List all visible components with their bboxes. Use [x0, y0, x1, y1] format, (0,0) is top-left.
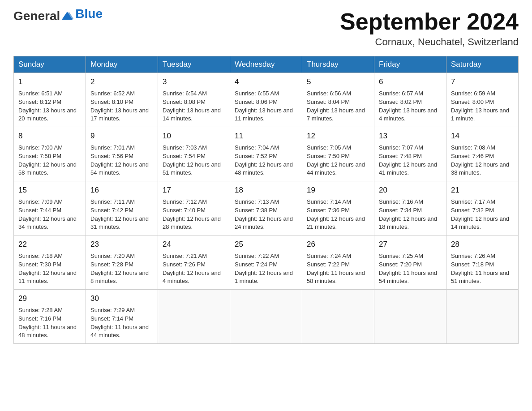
- page-header: General Blue September 2024 Cornaux, Neu…: [13, 9, 519, 48]
- table-row: 2Sunrise: 6:52 AMSunset: 8:10 PMDaylight…: [86, 73, 158, 127]
- day-number: 25: [235, 239, 297, 250]
- day-number: 1: [18, 77, 81, 88]
- day-info: Sunrise: 7:04 AMSunset: 7:52 PMDaylight:…: [235, 144, 297, 177]
- day-info: Sunrise: 7:26 AMSunset: 7:18 PMDaylight:…: [451, 252, 514, 286]
- table-row: [158, 290, 230, 344]
- day-number: 29: [18, 293, 81, 304]
- day-number: 4: [235, 77, 297, 88]
- title-block: September 2024 Cornaux, Neuchatel, Switz…: [340, 9, 519, 48]
- day-number: 20: [379, 185, 442, 196]
- table-row: 26Sunrise: 7:24 AMSunset: 7:22 PMDayligh…: [302, 235, 374, 290]
- day-info: Sunrise: 6:51 AMSunset: 8:12 PMDaylight:…: [18, 90, 81, 123]
- day-number: 6: [379, 77, 442, 88]
- table-row: 18Sunrise: 7:13 AMSunset: 7:38 PMDayligh…: [230, 181, 302, 235]
- day-info: Sunrise: 6:56 AMSunset: 8:04 PMDaylight:…: [307, 90, 369, 123]
- table-row: 27Sunrise: 7:25 AMSunset: 7:20 PMDayligh…: [374, 235, 446, 290]
- day-number: 2: [90, 77, 153, 88]
- day-info: Sunrise: 7:01 AMSunset: 7:56 PMDaylight:…: [90, 144, 153, 177]
- table-row: 12Sunrise: 7:05 AMSunset: 7:50 PMDayligh…: [302, 127, 374, 181]
- day-info: Sunrise: 6:59 AMSunset: 8:00 PMDaylight:…: [451, 90, 514, 123]
- day-info: Sunrise: 7:17 AMSunset: 7:32 PMDaylight:…: [451, 198, 514, 231]
- day-info: Sunrise: 7:16 AMSunset: 7:34 PMDaylight:…: [379, 198, 442, 231]
- day-info: Sunrise: 7:00 AMSunset: 7:58 PMDaylight:…: [18, 144, 81, 177]
- table-row: 11Sunrise: 7:04 AMSunset: 7:52 PMDayligh…: [230, 127, 302, 181]
- calendar-week-row: 22Sunrise: 7:18 AMSunset: 7:30 PMDayligh…: [14, 235, 519, 290]
- day-number: 5: [307, 77, 369, 88]
- header-monday: Monday: [86, 56, 158, 73]
- day-info: Sunrise: 7:13 AMSunset: 7:38 PMDaylight:…: [235, 198, 297, 231]
- table-row: [302, 290, 374, 344]
- day-number: 8: [18, 131, 81, 142]
- table-row: 13Sunrise: 7:07 AMSunset: 7:48 PMDayligh…: [374, 127, 446, 181]
- table-row: 4Sunrise: 6:55 AMSunset: 8:06 PMDaylight…: [230, 73, 302, 127]
- day-info: Sunrise: 6:54 AMSunset: 8:08 PMDaylight:…: [163, 90, 225, 123]
- day-number: 28: [451, 239, 514, 250]
- day-number: 23: [90, 239, 153, 250]
- logo-general-text: General: [13, 9, 60, 23]
- day-info: Sunrise: 7:25 AMSunset: 7:20 PMDaylight:…: [379, 252, 442, 286]
- table-row: [446, 290, 519, 344]
- calendar-week-row: 1Sunrise: 6:51 AMSunset: 8:12 PMDaylight…: [14, 73, 519, 127]
- table-row: 3Sunrise: 6:54 AMSunset: 8:08 PMDaylight…: [158, 73, 230, 127]
- day-number: 30: [90, 293, 153, 304]
- day-number: 18: [235, 185, 297, 196]
- day-info: Sunrise: 6:52 AMSunset: 8:10 PMDaylight:…: [90, 90, 153, 123]
- header-wednesday: Wednesday: [230, 56, 302, 73]
- table-row: 10Sunrise: 7:03 AMSunset: 7:54 PMDayligh…: [158, 127, 230, 181]
- day-info: Sunrise: 7:28 AMSunset: 7:16 PMDaylight:…: [18, 306, 81, 340]
- day-number: 11: [235, 131, 297, 142]
- day-number: 21: [451, 185, 514, 196]
- table-row: 24Sunrise: 7:21 AMSunset: 7:26 PMDayligh…: [158, 235, 230, 290]
- day-number: 24: [163, 239, 225, 250]
- table-row: 21Sunrise: 7:17 AMSunset: 7:32 PMDayligh…: [446, 181, 519, 235]
- table-row: 16Sunrise: 7:11 AMSunset: 7:42 PMDayligh…: [86, 181, 158, 235]
- day-number: 3: [163, 77, 225, 88]
- table-row: 15Sunrise: 7:09 AMSunset: 7:44 PMDayligh…: [14, 181, 86, 235]
- header-saturday: Saturday: [446, 56, 519, 73]
- table-row: 25Sunrise: 7:22 AMSunset: 7:24 PMDayligh…: [230, 235, 302, 290]
- day-number: 13: [379, 131, 442, 142]
- day-number: 9: [90, 131, 153, 142]
- logo-icon: [61, 10, 73, 22]
- day-info: Sunrise: 7:21 AMSunset: 7:26 PMDaylight:…: [163, 252, 225, 286]
- calendar-table: Sunday Monday Tuesday Wednesday Thursday…: [13, 56, 519, 344]
- day-number: 12: [307, 131, 369, 142]
- day-number: 26: [307, 239, 369, 250]
- day-info: Sunrise: 7:22 AMSunset: 7:24 PMDaylight:…: [235, 252, 297, 286]
- day-info: Sunrise: 7:29 AMSunset: 7:14 PMDaylight:…: [90, 306, 153, 340]
- table-row: 1Sunrise: 6:51 AMSunset: 8:12 PMDaylight…: [14, 73, 86, 127]
- day-number: 14: [451, 131, 514, 142]
- day-info: Sunrise: 7:11 AMSunset: 7:42 PMDaylight:…: [90, 198, 153, 231]
- table-row: 8Sunrise: 7:00 AMSunset: 7:58 PMDaylight…: [14, 127, 86, 181]
- table-row: 28Sunrise: 7:26 AMSunset: 7:18 PMDayligh…: [446, 235, 519, 290]
- day-info: Sunrise: 7:07 AMSunset: 7:48 PMDaylight:…: [379, 144, 442, 177]
- calendar-week-row: 8Sunrise: 7:00 AMSunset: 7:58 PMDaylight…: [14, 127, 519, 181]
- table-row: 22Sunrise: 7:18 AMSunset: 7:30 PMDayligh…: [14, 235, 86, 290]
- header-friday: Friday: [374, 56, 446, 73]
- day-info: Sunrise: 6:55 AMSunset: 8:06 PMDaylight:…: [235, 90, 297, 123]
- day-number: 19: [307, 185, 369, 196]
- day-info: Sunrise: 7:20 AMSunset: 7:28 PMDaylight:…: [90, 252, 153, 286]
- table-row: 17Sunrise: 7:12 AMSunset: 7:40 PMDayligh…: [158, 181, 230, 235]
- table-row: [374, 290, 446, 344]
- header-tuesday: Tuesday: [158, 56, 230, 73]
- calendar-week-row: 29Sunrise: 7:28 AMSunset: 7:16 PMDayligh…: [14, 290, 519, 344]
- table-row: 9Sunrise: 7:01 AMSunset: 7:56 PMDaylight…: [86, 127, 158, 181]
- table-row: 23Sunrise: 7:20 AMSunset: 7:28 PMDayligh…: [86, 235, 158, 290]
- table-row: 30Sunrise: 7:29 AMSunset: 7:14 PMDayligh…: [86, 290, 158, 344]
- day-info: Sunrise: 7:18 AMSunset: 7:30 PMDaylight:…: [18, 252, 81, 286]
- day-info: Sunrise: 7:03 AMSunset: 7:54 PMDaylight:…: [163, 144, 225, 177]
- calendar-week-row: 15Sunrise: 7:09 AMSunset: 7:44 PMDayligh…: [14, 181, 519, 235]
- table-row: 19Sunrise: 7:14 AMSunset: 7:36 PMDayligh…: [302, 181, 374, 235]
- header-sunday: Sunday: [14, 56, 86, 73]
- calendar-header-row: Sunday Monday Tuesday Wednesday Thursday…: [14, 56, 519, 73]
- table-row: 7Sunrise: 6:59 AMSunset: 8:00 PMDaylight…: [446, 73, 519, 127]
- logo-blue-text: Blue: [75, 7, 103, 21]
- day-info: Sunrise: 7:08 AMSunset: 7:46 PMDaylight:…: [451, 144, 514, 177]
- table-row: 20Sunrise: 7:16 AMSunset: 7:34 PMDayligh…: [374, 181, 446, 235]
- table-row: [230, 290, 302, 344]
- month-title: September 2024: [340, 9, 519, 34]
- day-info: Sunrise: 7:05 AMSunset: 7:50 PMDaylight:…: [307, 144, 369, 177]
- day-number: 7: [451, 77, 514, 88]
- day-number: 10: [163, 131, 225, 142]
